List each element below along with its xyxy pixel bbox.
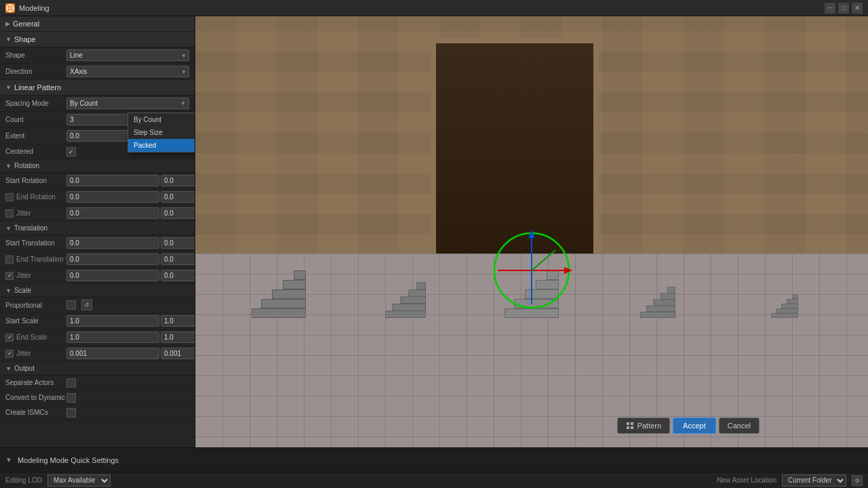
close-button[interactable]: ✕: [852, 3, 863, 14]
bottom-section: ▼ Modeling Mode Quick Settings Editing L…: [0, 447, 868, 488]
section-general[interactable]: ▶ General: [0, 16, 195, 32]
cancel-label: Cancel: [728, 422, 751, 430]
start-scale-label: Start Scale: [5, 317, 66, 325]
scale-jitter-y[interactable]: [161, 348, 195, 359]
spacing-option-step-size[interactable]: Step Size: [128, 126, 195, 139]
start-translation-row: Start Translation: [0, 235, 195, 251]
editing-lod-label: Editing LOD: [5, 476, 42, 484]
new-asset-select[interactable]: Current Folder: [782, 474, 846, 487]
spacing-mode-chevron-icon: ▼: [180, 100, 186, 106]
spacing-option-by-count[interactable]: By Count: [128, 113, 195, 126]
section-linear-pattern[interactable]: ▼ Linear Pattern: [0, 80, 195, 96]
shape-select[interactable]: Line: [66, 49, 189, 61]
start-scale-y[interactable]: [161, 315, 195, 327]
end-rotation-enable[interactable]: [5, 193, 14, 201]
gear-icon: [854, 477, 861, 484]
start-translation-y[interactable]: [161, 237, 195, 249]
end-translation-y[interactable]: [161, 253, 195, 265]
scale-jitter-x[interactable]: [66, 348, 159, 359]
end-rotation-x[interactable]: [66, 191, 159, 203]
section-scale[interactable]: ▼ Scale: [0, 284, 195, 298]
separate-actors-checkbox[interactable]: [66, 378, 76, 388]
start-translation-x[interactable]: [66, 237, 159, 249]
title-bar: Modeling ─ □ ✕: [0, 0, 868, 16]
rotation-jitter-enable[interactable]: [5, 209, 14, 218]
start-rotation-x[interactable]: [66, 175, 159, 186]
rotation-jitter-label: Jitter: [16, 209, 64, 217]
end-rotation-y[interactable]: [161, 191, 195, 203]
scale-jitter-inputs: [66, 348, 195, 359]
end-scale-y[interactable]: [161, 331, 195, 343]
maximize-button[interactable]: □: [838, 3, 849, 14]
shape-field-label: Shape: [5, 52, 66, 59]
direction-dropdown-wrapper: XAxis ▼: [66, 66, 189, 77]
translation-jitter-enable[interactable]: ✓: [5, 272, 14, 280]
end-rotation-inputs: [66, 191, 195, 203]
asset-bar: Editing LOD Max Available New Asset Loca…: [0, 472, 868, 488]
translation-jitter-x[interactable]: [66, 270, 159, 281]
convert-dynamic-label: Convert to Dynamic: [5, 394, 66, 401]
shape-field-row: Shape Line ▼: [0, 47, 195, 64]
direction-select[interactable]: XAxis: [66, 66, 189, 77]
spacing-mode-row: Spacing Mode By Count ▼ By Count Step Si…: [0, 96, 195, 112]
linear-pattern-label: Linear Pattern: [14, 83, 61, 92]
new-asset-label: New Asset Location: [717, 476, 776, 484]
end-translation-enable[interactable]: [5, 256, 14, 264]
create-ismc-checkbox[interactable]: [66, 408, 76, 418]
section-shape-header[interactable]: ▼ Shape: [0, 32, 195, 47]
svg-rect-10: [631, 422, 633, 425]
end-translation-x[interactable]: [66, 253, 159, 265]
scale-jitter-row: ✓ Jitter: [0, 346, 195, 362]
section-translation[interactable]: ▼ Translation: [0, 222, 195, 235]
rotation-jitter-x[interactable]: [66, 207, 159, 219]
end-translation-inputs: [66, 253, 195, 265]
viewport-action-buttons: Pattern Accept Cancel: [617, 418, 760, 434]
proportional-reset-button[interactable]: ↺: [81, 300, 92, 310]
pattern-button[interactable]: Pattern: [617, 418, 670, 434]
stair-unit-5: [771, 294, 798, 318]
start-rotation-row: Start Rotation: [0, 173, 195, 189]
output-label: Output: [14, 365, 35, 372]
title-bar-controls: ─ □ ✕: [825, 3, 863, 14]
start-scale-inputs: [66, 315, 195, 327]
centered-checkbox[interactable]: ✓: [66, 147, 76, 157]
editing-lod-select[interactable]: Max Available: [47, 474, 111, 487]
create-ismc-label: Create ISMCs: [5, 409, 66, 416]
start-rotation-y[interactable]: [161, 175, 195, 186]
proportional-checkbox[interactable]: [66, 300, 76, 310]
scale-jitter-enable[interactable]: ✓: [5, 350, 14, 358]
pattern-label: Pattern: [637, 422, 661, 430]
asset-settings-button[interactable]: [852, 475, 863, 486]
end-translation-label: End Translation: [16, 256, 64, 263]
translation-jitter-y[interactable]: [161, 270, 195, 281]
create-ismc-row: Create ISMCs: [0, 405, 195, 420]
centered-label: Centered: [5, 148, 66, 155]
end-scale-enable[interactable]: ✓: [5, 333, 14, 342]
rotation-jitter-y[interactable]: [161, 207, 195, 219]
viewport[interactable]: Pattern Accept Cancel: [195, 16, 868, 447]
accept-button[interactable]: Accept: [673, 418, 716, 434]
shape-arrow-icon: ▼: [5, 36, 12, 43]
start-scale-x[interactable]: [66, 315, 159, 327]
end-rotation-row: End Rotation: [0, 189, 195, 205]
rotation-jitter-inputs: [66, 207, 195, 219]
convert-dynamic-checkbox[interactable]: [66, 393, 76, 403]
minimize-button[interactable]: ─: [825, 3, 835, 14]
section-rotation[interactable]: ▼ Rotation: [0, 159, 195, 173]
pattern-icon: [626, 422, 634, 430]
cancel-button[interactable]: Cancel: [719, 418, 760, 434]
end-scale-x[interactable]: [66, 331, 159, 343]
spacing-option-packed[interactable]: Packed: [128, 139, 195, 152]
translation-jitter-row: ✓ Jitter: [0, 268, 195, 284]
svg-rect-12: [631, 426, 633, 429]
svg-rect-9: [627, 422, 629, 425]
start-scale-row: Start Scale: [0, 313, 195, 329]
rotation-label: Rotation: [14, 162, 39, 169]
spacing-mode-dropdown-wrapper: By Count ▼ By Count Step Size Packed: [66, 98, 189, 109]
separate-actors-row: Separate Actors: [0, 375, 195, 390]
spacing-mode-trigger[interactable]: By Count ▼: [66, 98, 189, 109]
stair-unit-3: [505, 270, 559, 318]
shape-label: Shape: [14, 35, 36, 43]
section-output[interactable]: ▼ Output: [0, 362, 195, 375]
stairs-row: [195, 182, 868, 318]
